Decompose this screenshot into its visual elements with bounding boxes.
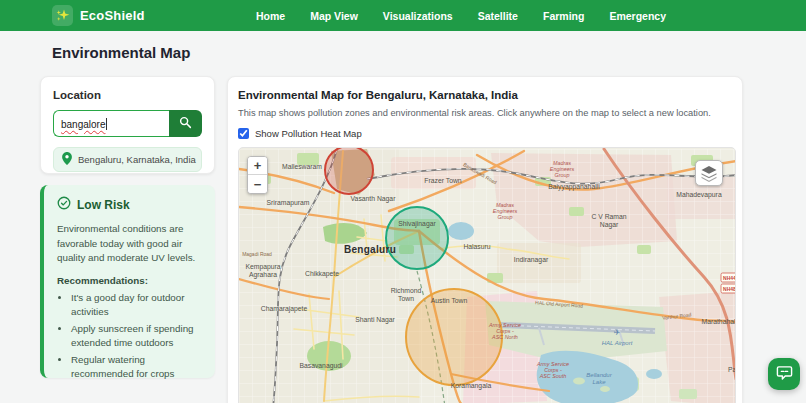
- nav-item-home[interactable]: Home: [256, 10, 285, 22]
- page-title: Environmental Map: [52, 44, 190, 61]
- map-canvas[interactable]: NH44NH48 MalleswaramFrazer TownVasanth N…: [238, 147, 736, 403]
- selected-location-text: Bengaluru, Karnataka, India: [78, 154, 196, 165]
- nav-item-satellite[interactable]: Satellite: [478, 10, 518, 22]
- map-label: Indiranagar: [514, 256, 549, 264]
- pollution-zone-teal[interactable]: [386, 207, 448, 269]
- chat-button[interactable]: [768, 358, 800, 390]
- search-input-value: bangalore: [61, 119, 105, 130]
- recommendations-title: Recommendations:: [57, 275, 203, 286]
- location-card: Location bangalore Beng: [40, 76, 215, 174]
- map-label: Pan: [728, 366, 736, 373]
- map-label: Marathahalli: [701, 318, 736, 325]
- map-label: Chikkapete: [305, 270, 339, 278]
- svg-text:NH48: NH48: [723, 286, 736, 292]
- map-label: Shivajinagar: [398, 220, 436, 228]
- check-circle-icon: [57, 196, 71, 214]
- map-label: Bengaluru: [344, 244, 396, 255]
- map-card-subtitle: This map shows pollution zones and envir…: [238, 108, 733, 118]
- nav-item-map-view[interactable]: Map View: [310, 10, 358, 22]
- pollution-zone-red[interactable]: [325, 148, 373, 194]
- heatmap-checkbox[interactable]: [238, 128, 249, 139]
- location-card-title: Location: [53, 89, 202, 101]
- map-label: Vasanth Nagar: [351, 195, 397, 203]
- svg-text:NH44: NH44: [723, 275, 736, 281]
- location-search-input[interactable]: bangalore: [53, 110, 169, 137]
- recommendation-item: Regular watering recommended for crops: [71, 353, 203, 381]
- map-label: Basavanagudi: [299, 362, 343, 370]
- risk-description: Environmental conditions are favorable t…: [57, 222, 203, 266]
- map-label: KempapuraAgrahara: [245, 263, 280, 279]
- recommendation-item: It's a good day for outdoor activities: [71, 291, 203, 319]
- zoom-out-button[interactable]: −: [248, 175, 267, 193]
- map-label: Frazer Town: [424, 177, 461, 184]
- highway-badge: NH44: [721, 273, 736, 282]
- nav-item-farming[interactable]: Farming: [543, 10, 584, 22]
- zoom-in-button[interactable]: +: [248, 157, 267, 175]
- layers-control[interactable]: [695, 160, 723, 186]
- text-cursor: [106, 118, 107, 130]
- map-label: Mahadevapura: [676, 191, 722, 199]
- brand-name: EcoShield: [80, 8, 145, 23]
- sparkles-icon: [52, 5, 73, 26]
- nav-links: Home Map View Visualizations Satellite F…: [256, 0, 666, 31]
- heatmap-checkbox-label[interactable]: Show Pollution Heat Map: [255, 128, 362, 139]
- risk-card: Low Risk Environmental conditions are fa…: [40, 185, 215, 378]
- map-label: Halasuru: [463, 243, 490, 250]
- selected-location-chip: Bengaluru, Karnataka, India: [53, 147, 202, 172]
- magnifier-icon: [179, 116, 192, 132]
- map-label: HAL Airport: [602, 340, 633, 346]
- search-button[interactable]: [169, 110, 202, 137]
- recommendations-list: It's a good day for outdoor activities A…: [57, 291, 203, 380]
- airplane-icon: ✈: [614, 328, 621, 337]
- location-search-group: bangalore: [53, 110, 202, 137]
- map-label: Chamarajapete: [261, 305, 308, 313]
- map-label: Baiyyappanahalli: [548, 183, 600, 191]
- nav-item-visualizations[interactable]: Visualizations: [383, 10, 453, 22]
- map-label: Malleswaram: [282, 163, 322, 170]
- map-label: Sriramapuram: [266, 199, 309, 207]
- map-label: Magadi Road: [242, 251, 272, 257]
- risk-level-label: Low Risk: [77, 198, 130, 212]
- map-label: Koramangala: [451, 382, 492, 390]
- map-base-art: NH44NH48 MalleswaramFrazer TownVasanth N…: [239, 148, 736, 403]
- chat-bubble-icon: [776, 364, 793, 385]
- map-zoom-control: + −: [247, 156, 268, 194]
- nav-item-emergency[interactable]: Emergency: [609, 10, 666, 22]
- map-card-title: Environmental Map for Bengaluru, Karnata…: [238, 89, 733, 101]
- heatmap-toggle-row: Show Pollution Heat Map: [238, 128, 733, 139]
- map-card: Environmental Map for Bengaluru, Karnata…: [227, 76, 743, 403]
- layers-icon: [700, 165, 718, 182]
- map-label: Shanti Nagar: [355, 316, 395, 324]
- navbar: EcoShield Home Map View Visualizations S…: [0, 0, 806, 31]
- highway-badge: NH48: [721, 284, 736, 293]
- recommendation-item: Apply sunscreen if spending extended tim…: [71, 322, 203, 350]
- map-pin-icon: [62, 151, 72, 169]
- brand[interactable]: EcoShield: [52, 5, 145, 26]
- ecoshield-app: EcoShield Home Map View Visualizations S…: [0, 0, 806, 403]
- map-label: Austin Town: [431, 297, 468, 304]
- risk-card-header: Low Risk: [57, 196, 203, 214]
